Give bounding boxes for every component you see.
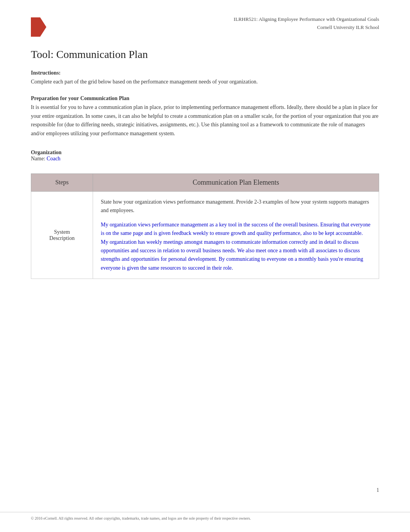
org-name-row: Name: Coach: [31, 156, 379, 162]
preparation-section: Preparation for your Communication Plan …: [31, 95, 379, 138]
page-title: Tool: Communication Plan: [31, 48, 379, 61]
footer: © 2016 eCornell. All rights reserved. Al…: [0, 512, 410, 520]
instructions-section: Instructions: Complete each part of the …: [31, 70, 379, 86]
header-text: ILRHR521: Aligning Employee Performance …: [234, 15, 379, 32]
header-steps: Steps: [31, 173, 93, 191]
cell-instruction: State how your organization views perfor…: [101, 198, 371, 215]
org-name-label: Name:: [31, 156, 45, 161]
cell-response: My organization views performance manage…: [101, 221, 371, 272]
table-header-row: Steps Communication Plan Elements: [31, 173, 379, 191]
course-title: ILRHR521: Aligning Employee Performance …: [234, 15, 379, 24]
org-name-value: Coach: [47, 156, 61, 161]
preparation-label: Preparation for your Communication Plan: [31, 95, 379, 102]
communication-table: Steps Communication Plan Elements System…: [31, 173, 379, 279]
page-container: ILRHR521: Aligning Employee Performance …: [0, 0, 410, 532]
table-row: SystemDescription State how your organiz…: [31, 191, 379, 279]
preparation-text: It is essential for you to have a commun…: [31, 103, 379, 138]
step-label: SystemDescription: [31, 191, 93, 279]
cell-content: State how your organization views perfor…: [93, 191, 379, 279]
header: ILRHR521: Aligning Employee Performance …: [31, 15, 379, 37]
footer-copyright: © 2016 eCornell. All rights reserved. Al…: [31, 516, 379, 520]
instructions-label: Instructions:: [31, 70, 379, 76]
header-elements: Communication Plan Elements: [93, 173, 379, 191]
school-name: Cornell University ILR School: [234, 24, 379, 32]
org-label: Organization: [31, 150, 379, 156]
instructions-text: Complete each part of the grid below bas…: [31, 78, 379, 86]
org-section: Organization Name: Coach: [31, 150, 379, 162]
page-number: 1: [376, 487, 379, 493]
cornell-logo: [31, 17, 46, 37]
